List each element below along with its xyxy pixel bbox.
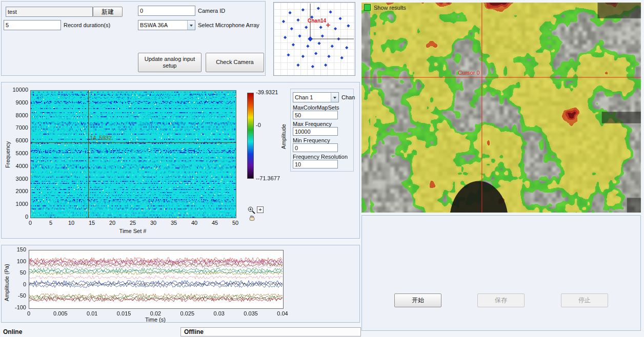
tick-label: 0.04 [273, 310, 292, 317]
session-name-input[interactable] [6, 7, 93, 17]
waveform-xlabel: Time (s) [140, 317, 171, 323]
amplitude-colorbar [247, 93, 254, 179]
tick-label: 1000 [6, 201, 28, 207]
waveform-canvas[interactable] [29, 250, 283, 308]
tick-label: 2000 [6, 188, 28, 194]
tick-label: 9000 [6, 99, 28, 106]
tick-label: -100 [5, 304, 26, 310]
offline-status-box: Offline [180, 327, 361, 336]
camera-id-label: Camera ID [198, 8, 225, 14]
spectrogram-xlabel: Time Set # [102, 228, 164, 234]
tick-label: 50 [228, 220, 243, 226]
tick-label: 25 [125, 220, 140, 226]
record-duration-input[interactable] [4, 20, 61, 30]
new-button[interactable]: 新建 [93, 7, 123, 17]
tick-label: 30 [146, 220, 161, 226]
tick-label: 8000 [6, 112, 28, 118]
camera-id-input[interactable] [138, 6, 195, 16]
check-camera-button[interactable]: Check Camera [206, 53, 264, 72]
offline-status-label: Offline [184, 328, 204, 335]
acoustic-map-canvas[interactable] [361, 3, 641, 213]
online-status-label: Online [3, 328, 22, 335]
tick-label: 0.01 [83, 310, 102, 317]
tick-label: 100 [5, 258, 26, 264]
tick-label: -0 [256, 122, 289, 128]
tick-label: 0.02 [147, 310, 165, 317]
tick-label: 0.025 [178, 310, 196, 317]
pan-hand-icon[interactable] [249, 215, 255, 221]
tick-label: 0.035 [242, 310, 260, 317]
chevron-down-icon[interactable] [331, 93, 338, 102]
results-panel: 开始 保存 停止 [361, 215, 641, 331]
tick-label: -39.9321 [256, 89, 289, 95]
tick-label: 5 [43, 220, 58, 226]
mic-array-select[interactable]: BSWA 36A [138, 20, 195, 30]
update-analog-input-button[interactable]: Update analog input setup [138, 53, 202, 72]
channel-select-value: Chan 1 [293, 94, 331, 100]
spectrogram-panel: 14, 5932 Frequency Time Set # Amplitude … [1, 82, 360, 239]
start-button[interactable]: 开始 [394, 293, 441, 307]
mic-array-plot[interactable]: Chan14 [273, 2, 355, 76]
tick-label: 20 [105, 220, 120, 226]
tick-label: 0.03 [210, 310, 228, 317]
spectrogram-plot[interactable] [30, 90, 236, 218]
min-frequency-label: Min Frequency [293, 137, 330, 143]
save-button[interactable]: 保存 [477, 293, 525, 307]
stop-button[interactable]: 停止 [561, 293, 608, 307]
record-duration-label: Record duration(s) [64, 22, 110, 28]
tick-label: 0 [5, 281, 26, 287]
tick-label: 15 [84, 220, 99, 226]
config-panel: 新建 Record duration(s) Camera ID BSWA 36A… [1, 1, 266, 76]
channel-select-label: Chan [341, 94, 355, 100]
frequency-resolution-input[interactable] [293, 160, 338, 168]
maxcolormapsets-label: MaxColorMapSets [293, 104, 339, 111]
waveform-plot[interactable] [29, 250, 284, 309]
tick-label: 10 [64, 220, 79, 226]
tick-label: 6000 [6, 137, 28, 143]
mic-array-select-value: BSWA 36A [138, 22, 187, 28]
tick-label: 0.015 [115, 310, 133, 317]
tick-label: 0 [23, 220, 38, 226]
camera-view[interactable]: Show results Cursor 0 [361, 3, 641, 213]
tick-label: 40 [187, 220, 202, 226]
mic-array-label: Select Microphone Array [198, 22, 259, 28]
tick-label: 45 [207, 220, 223, 226]
tick-label: 150 [5, 246, 26, 252]
min-frequency-input[interactable] [293, 143, 338, 152]
spectrogram-canvas[interactable] [31, 91, 236, 218]
zoom-tool-icon[interactable] [247, 206, 256, 215]
tick-label: 4000 [6, 163, 28, 169]
max-frequency-label: Max Frequency [293, 121, 332, 127]
mic-array-chan-label: Chan14 [308, 18, 326, 24]
tick-label: -50 [5, 292, 26, 299]
mic-array-points [274, 3, 355, 75]
analysis-controls-panel: Chan 1 Chan MaxColorMapSets Max Frequenc… [290, 89, 354, 172]
tick-label: 0.005 [51, 310, 70, 317]
tick-label: 35 [166, 220, 182, 226]
tick-label: 0 [19, 310, 38, 317]
tick-label: 5000 [6, 150, 28, 156]
frequency-resolution-label: Frequency Resolution [293, 154, 348, 160]
tick-label: --71.3677 [256, 175, 289, 181]
maxcolormapsets-input[interactable] [293, 111, 338, 119]
camera-cursor-label: Cursor 0 [458, 70, 479, 76]
channel-select[interactable]: Chan 1 [293, 92, 339, 102]
chevron-down-icon[interactable] [187, 20, 195, 30]
tick-label: 50 [5, 269, 26, 276]
tick-label: 10000 [6, 87, 28, 93]
zoom-select-icon[interactable]: + [257, 206, 264, 213]
checkbox-checked-icon[interactable] [364, 4, 371, 11]
spectrogram-cursor-readout: 14, 5932 [90, 135, 112, 141]
show-results-checkbox[interactable]: Show results [364, 4, 406, 11]
tick-label: 0 [6, 214, 28, 220]
tick-label: 3000 [6, 176, 28, 182]
tick-label: 7000 [6, 124, 28, 131]
show-results-label: Show results [374, 5, 406, 11]
waveform-panel: Amplitude (Pa) Time (s) 150100500-50-100… [1, 245, 360, 323]
max-frequency-input[interactable] [293, 127, 338, 136]
